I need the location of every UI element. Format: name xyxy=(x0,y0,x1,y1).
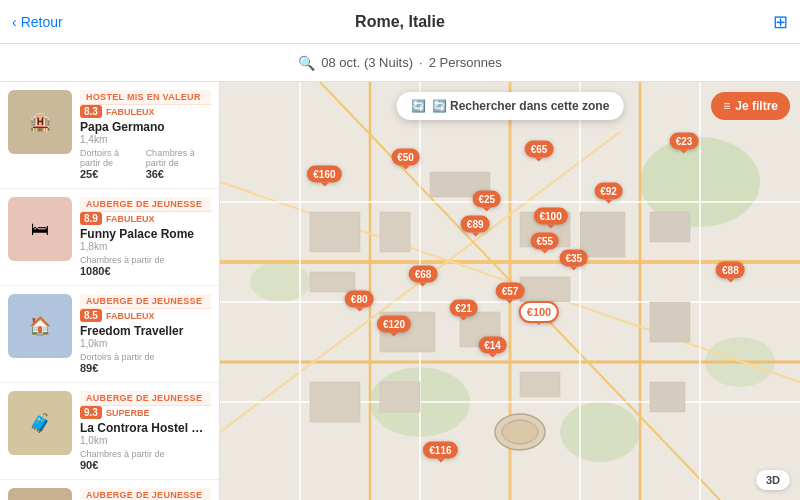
grid-button[interactable]: ⊞ xyxy=(773,11,788,33)
price-pin-p12[interactable]: €57 xyxy=(496,283,525,300)
price-row: Dortoirs à partir de89€ xyxy=(80,352,211,374)
rating-badge: 9.3 xyxy=(80,406,102,419)
hostel-list: 🏨 HOSTEL MIS EN VALEUR 8.3 FABULEUX Papa… xyxy=(0,82,220,500)
dorm-price: Dortoirs à partir de25€ xyxy=(80,148,138,180)
hostel-distance: 1,4km xyxy=(80,134,211,145)
rating-label: FABULEUX xyxy=(106,311,155,321)
page-title: Rome, Italie xyxy=(355,13,445,31)
search-icon: 🔍 xyxy=(298,55,315,71)
price-pin-p2[interactable]: €160 xyxy=(307,165,341,182)
hostel-name: La Controra Hostel Rome xyxy=(80,421,211,435)
hostel-card-4[interactable]: 🧳 AUBERGE DE JEUNESSE 9.3 SUPERBE La Con… xyxy=(0,383,219,480)
rating-label: SUPERBE xyxy=(106,408,150,418)
svg-rect-25 xyxy=(310,272,355,292)
filter-icon: ≡ xyxy=(723,99,730,113)
price-pin-p3[interactable]: €65 xyxy=(525,140,554,157)
price-row: Chambres à partir de1080€ xyxy=(80,255,211,277)
svg-rect-32 xyxy=(380,382,420,412)
grid-icon: ⊞ xyxy=(773,12,788,32)
price-pin-p7[interactable]: €92 xyxy=(594,182,623,199)
filter-button[interactable]: ≡ Je filtre xyxy=(711,92,790,120)
price-pin-p14[interactable]: €21 xyxy=(449,299,478,316)
rating-badge: 8.5 xyxy=(80,309,102,322)
price-pin-p16[interactable]: €14 xyxy=(478,337,507,354)
badge-row: 8.9 FABULEUX xyxy=(80,212,211,225)
hostel-card-1[interactable]: 🏨 HOSTEL MIS EN VALEUR 8.3 FABULEUX Papa… xyxy=(0,82,219,189)
rating-label: FABULEUX xyxy=(106,214,155,224)
price-pin-p18[interactable]: €23 xyxy=(670,132,699,149)
price-pin-p6[interactable]: €100 xyxy=(533,207,567,224)
search-zone-button[interactable]: 🔄 🔄 Rechercher dans cette zone xyxy=(397,92,624,120)
price-pin-p17[interactable]: €88 xyxy=(716,262,745,279)
hostel-info: AUBERGE DE JEUNESSE 8.5 FABULEUX Freedom… xyxy=(80,294,211,374)
svg-point-3 xyxy=(560,402,640,462)
search-bar[interactable]: 🔍 08 oct. (3 Nuits) · 2 Personnes xyxy=(0,44,800,82)
hostel-tag: AUBERGE DE JEUNESSE xyxy=(80,391,211,406)
hostel-info: AUBERGE DE JEUNESSE 7.6 TRÈS BIEN Rome C… xyxy=(80,488,211,500)
rating-label: FABULEUX xyxy=(106,107,155,117)
room-price: Chambres à partir de1080€ xyxy=(80,255,165,277)
back-label: Retour xyxy=(21,14,63,30)
price-row: Dortoirs à partir de25€ Chambres à parti… xyxy=(80,148,211,180)
price-pin-p10[interactable]: €68 xyxy=(409,266,438,283)
main-content: 🏨 HOSTEL MIS EN VALEUR 8.3 FABULEUX Papa… xyxy=(0,82,800,500)
badge-row: 8.5 FABULEUX xyxy=(80,309,211,322)
hostel-card-2[interactable]: 🛏 AUBERGE DE JEUNESSE 8.9 FABULEUX Funny… xyxy=(0,189,219,286)
svg-rect-27 xyxy=(580,212,625,257)
search-zone-label: 🔄 Rechercher dans cette zone xyxy=(432,99,610,113)
hostel-image: 🧳 xyxy=(8,391,72,455)
svg-rect-28 xyxy=(650,212,690,242)
price-pin-p4[interactable]: €25 xyxy=(472,191,501,208)
price-pin-p13[interactable]: €100 xyxy=(519,301,559,323)
hostel-tag: AUBERGE DE JEUNESSE xyxy=(80,294,211,309)
room-price: Chambres à partir de36€ xyxy=(146,148,211,180)
price-pin-p15[interactable]: €120 xyxy=(377,316,411,333)
room-price: Chambres à partir de90€ xyxy=(80,449,165,471)
header: ‹ Retour Rome, Italie ⊞ xyxy=(0,0,800,44)
map-3d-label: 3D xyxy=(766,474,780,486)
hostel-info: AUBERGE DE JEUNESSE 8.9 FABULEUX Funny P… xyxy=(80,197,211,277)
search-date: 08 oct. (3 Nuits) xyxy=(321,55,413,70)
svg-rect-33 xyxy=(520,372,560,397)
chevron-left-icon: ‹ xyxy=(12,14,17,30)
price-pin-p5[interactable]: €89 xyxy=(461,216,490,233)
price-pin-p1[interactable]: €50 xyxy=(391,149,420,166)
rating-badge: 8.9 xyxy=(80,212,102,225)
hostel-tag: AUBERGE DE JEUNESSE xyxy=(80,197,211,212)
badge-row: 8.3 FABULEUX xyxy=(80,105,211,118)
price-pin-p9[interactable]: €35 xyxy=(559,249,588,266)
map-3d-button[interactable]: 3D xyxy=(756,470,790,490)
hostel-distance: 1,0km xyxy=(80,435,211,446)
refresh-icon: 🔄 xyxy=(411,99,426,113)
svg-rect-21 xyxy=(310,212,360,252)
svg-rect-31 xyxy=(310,382,360,422)
price-pin-p19[interactable]: €116 xyxy=(423,441,457,458)
search-guests: 2 Personnes xyxy=(429,55,502,70)
hostel-tag: HOSTEL MIS EN VALEUR xyxy=(80,90,211,105)
search-separator: · xyxy=(419,55,423,70)
filter-label: Je filtre xyxy=(735,99,778,113)
price-pin-p8[interactable]: €55 xyxy=(530,232,559,249)
badge-row: 9.3 SUPERBE xyxy=(80,406,211,419)
svg-rect-26 xyxy=(520,277,570,302)
hostel-info: HOSTEL MIS EN VALEUR 8.3 FABULEUX Papa G… xyxy=(80,90,211,180)
hostel-card-5[interactable]: 🏨 AUBERGE DE JEUNESSE 7.6 TRÈS BIEN Rome… xyxy=(0,480,219,500)
svg-rect-22 xyxy=(380,212,410,252)
back-button[interactable]: ‹ Retour xyxy=(12,14,63,30)
hostel-info: AUBERGE DE JEUNESSE 9.3 SUPERBE La Contr… xyxy=(80,391,211,471)
svg-rect-35 xyxy=(650,382,685,412)
hostel-tag: AUBERGE DE JEUNESSE xyxy=(80,488,211,500)
hostel-image: 🛏 xyxy=(8,197,72,261)
rating-badge: 8.3 xyxy=(80,105,102,118)
dorm-price: Dortoirs à partir de89€ xyxy=(80,352,155,374)
hostel-image: 🏨 xyxy=(8,488,72,500)
price-pin-p11[interactable]: €80 xyxy=(345,291,374,308)
hostel-card-3[interactable]: 🏠 AUBERGE DE JEUNESSE 8.5 FABULEUX Freed… xyxy=(0,286,219,383)
hostel-image: 🏨 xyxy=(8,90,72,154)
map-area[interactable]: 🔄 🔄 Rechercher dans cette zone ≡ Je filt… xyxy=(220,82,800,500)
svg-point-37 xyxy=(502,420,538,444)
hostel-distance: 1,0km xyxy=(80,338,211,349)
hostel-distance: 1,8km xyxy=(80,241,211,252)
svg-point-5 xyxy=(250,262,310,302)
hostel-name: Freedom Traveller xyxy=(80,324,211,338)
